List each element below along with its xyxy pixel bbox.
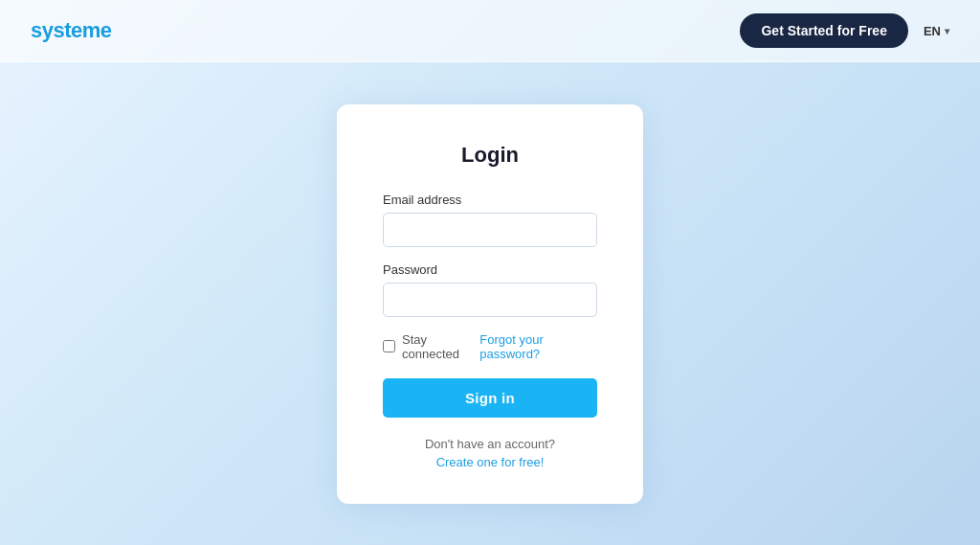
- email-input[interactable]: [383, 213, 597, 247]
- header: systeme Get Started for Free EN ▾: [0, 0, 980, 62]
- form-options-row: Stay connected Forgot your password?: [383, 332, 597, 361]
- no-account-text: Don't have an account?: [383, 437, 597, 451]
- forgot-password-link[interactable]: Forgot your password?: [479, 332, 597, 361]
- password-label: Password: [383, 262, 597, 277]
- email-form-group: Email address: [383, 193, 597, 247]
- get-started-button[interactable]: Get Started for Free: [740, 13, 907, 48]
- language-selector[interactable]: EN ▾: [924, 24, 949, 38]
- header-right: Get Started for Free EN ▾: [740, 13, 949, 48]
- login-card: Login Email address Password Stay connec…: [337, 104, 643, 504]
- password-input[interactable]: [383, 283, 597, 317]
- logo: systeme: [31, 18, 112, 43]
- chevron-down-icon: ▾: [945, 26, 949, 36]
- login-title: Login: [383, 143, 597, 168]
- create-account-link[interactable]: Create one for free!: [383, 455, 597, 469]
- main-content: Login Email address Password Stay connec…: [0, 62, 980, 545]
- stay-connected-checkbox[interactable]: [383, 340, 395, 352]
- email-label: Email address: [383, 193, 597, 207]
- sign-in-button[interactable]: Sign in: [383, 378, 597, 418]
- stay-connected-text: Stay connected: [402, 332, 479, 361]
- stay-connected-label[interactable]: Stay connected: [383, 332, 479, 361]
- password-form-group: Password: [383, 262, 597, 317]
- language-label: EN: [924, 24, 941, 38]
